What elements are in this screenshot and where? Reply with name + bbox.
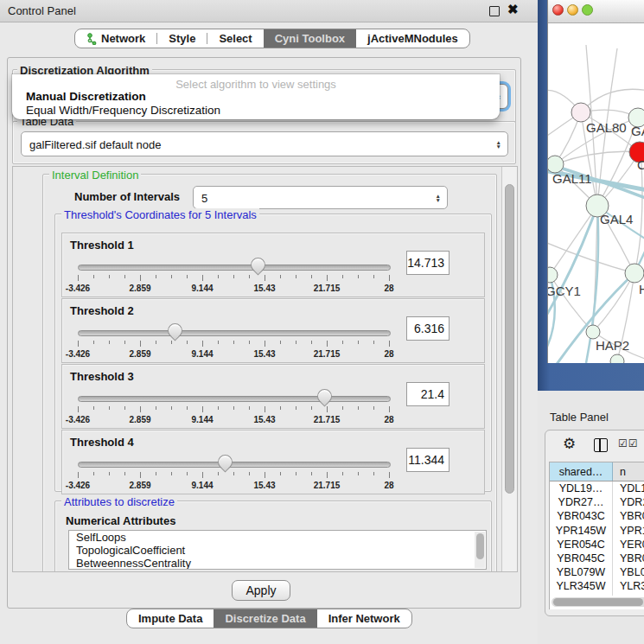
slider-thumb[interactable] (314, 386, 335, 406)
attribute-item-topologicalcoefficient[interactable]: TopologicalCoefficient (69, 544, 486, 557)
attribute-item-selfloops[interactable]: SelfLoops (69, 531, 486, 544)
table-row[interactable]: YBR043CYBR0 (550, 509, 644, 523)
slider-tick (389, 341, 390, 347)
tab-discretize-data[interactable]: Discretize Data (214, 609, 316, 628)
slider-tick-label: -3.426 (66, 481, 90, 490)
slider-tick (78, 341, 79, 347)
table-horizontal-scrollbar[interactable] (552, 597, 644, 607)
threshold-1-slider[interactable]: -3.4262.8599.14415.4321.71528 (78, 258, 389, 296)
settings-scrollbar-thumb[interactable] (505, 184, 514, 494)
cell-shared-name[interactable]: YER054C (550, 538, 613, 552)
cell-name[interactable]: YER0 (613, 538, 644, 552)
slider-tick (373, 406, 374, 410)
column-header-shared-name[interactable]: shared… (550, 462, 613, 481)
cell-shared-name[interactable]: YBL079W (550, 565, 613, 579)
cell-name[interactable]: YBR0 (613, 509, 644, 523)
network-node-label: H (639, 282, 644, 296)
cell-name[interactable]: YDR2 (613, 495, 644, 509)
network-node-hap2[interactable] (586, 325, 600, 339)
table-row[interactable]: YBL079WYBL0 (550, 565, 644, 579)
threshold-2-value-field[interactable] (406, 316, 450, 341)
apply-button[interactable]: Apply (232, 580, 290, 601)
threshold-1-value-field[interactable] (406, 251, 450, 275)
tab-label: Discretize Data (225, 612, 305, 625)
column-layout-icon[interactable] (594, 438, 608, 452)
threshold-3-value-field[interactable] (406, 382, 450, 406)
tab-cyni-toolbox[interactable]: Cyni Toolbox (264, 29, 356, 48)
slider-tick (233, 275, 234, 278)
cell-shared-name[interactable]: YPR145W (550, 524, 613, 538)
cell-name[interactable]: YLR3 (613, 579, 644, 593)
slider-thumb[interactable] (248, 254, 269, 275)
slider-track[interactable] (78, 396, 391, 402)
network-canvas[interactable]: GAL80GACGAL11GAL4GCY1HHAP2 (548, 22, 644, 363)
cell-shared-name[interactable]: YDR27… (550, 495, 613, 509)
cell-name[interactable]: YBR0 (613, 552, 644, 565)
table-row[interactable]: YBR045CYBR0 (550, 552, 644, 565)
tab-infer-network[interactable]: Infer Network (317, 609, 411, 628)
network-node-gal80[interactable] (571, 103, 590, 122)
table-row[interactable]: YDR27…YDR2 (550, 495, 644, 509)
dropdown-option-manual-discretization[interactable]: Manual Discretization (26, 90, 146, 103)
column-header-name[interactable]: n (613, 462, 644, 481)
threshold-4-slider[interactable]: -3.4262.8599.14415.4321.71528 (78, 455, 389, 493)
cell-shared-name[interactable]: YDL19… (550, 481, 613, 495)
minimize-traffic-light-icon[interactable] (567, 4, 578, 16)
zoom-traffic-light-icon[interactable] (582, 4, 593, 16)
table-row[interactable]: YPR145WYPR1 (550, 524, 644, 538)
slider-tick (389, 406, 390, 412)
network-node[interactable] (610, 354, 624, 363)
slider-tick (311, 406, 312, 410)
tab-select[interactable]: Select (207, 29, 263, 48)
cell-shared-name[interactable]: YBR043C (550, 509, 613, 523)
threshold-4-value-field[interactable] (406, 448, 450, 472)
numerical-attributes-list[interactable]: SelfLoopsTopologicalCoefficientBetweenne… (68, 530, 487, 570)
cell-name[interactable]: YPR1 (613, 524, 644, 538)
close-traffic-light-icon[interactable] (552, 4, 564, 16)
slider-thumb[interactable] (214, 451, 235, 472)
tab-impute-data[interactable]: Impute Data (127, 609, 214, 628)
network-node-gal11[interactable] (548, 156, 564, 173)
settings-scrollpane: Interval Definition Number of Intervals … (12, 166, 518, 572)
tab-network[interactable]: Network (75, 29, 156, 48)
select-columns-icon[interactable]: ☑☑ (618, 437, 639, 450)
settings-scrollbar[interactable] (501, 167, 517, 571)
network-node-gcy1[interactable] (548, 267, 558, 283)
tab-jactivemnodules[interactable]: jActiveMNodules (356, 29, 469, 48)
slider-track[interactable] (78, 265, 391, 271)
table-row[interactable]: YER054CYER0 (550, 538, 644, 552)
slider-track[interactable] (78, 330, 391, 336)
cell-shared-name[interactable]: YLR345W (550, 579, 613, 593)
attribute-item-betweennesscentrality[interactable]: BetweennessCentrality (69, 557, 486, 570)
cell-shared-name[interactable]: YIL052C (550, 594, 613, 596)
dropdown-option-equal-width-frequency-discretization[interactable]: Equal Width/Frequency Discretization (26, 104, 220, 117)
cell-name[interactable]: YDL1 (613, 481, 644, 495)
slider-tick (171, 406, 172, 410)
number-of-intervals-combobox[interactable]: 5 ▲▼ (193, 186, 448, 209)
tab-style[interactable]: Style (157, 29, 207, 48)
gear-icon[interactable]: ⚙ (563, 435, 576, 452)
table-row[interactable]: YIL052CYIL0 (550, 594, 644, 596)
table-row[interactable]: YDL19…YDL1 (550, 481, 644, 495)
float-window-icon[interactable] (489, 6, 500, 16)
cell-name[interactable]: YBL0 (613, 565, 644, 579)
close-icon[interactable]: ✖ (507, 2, 519, 17)
attributes-list-scrollbar-thumb[interactable] (476, 533, 484, 559)
slider-tick-label: 15.43 (253, 481, 275, 490)
table-row[interactable]: YLR345WYLR3 (550, 579, 644, 593)
cell-shared-name[interactable]: YBR045C (550, 552, 613, 565)
slider-tick-label: 21.715 (314, 284, 341, 293)
slider-track[interactable] (78, 462, 391, 468)
slider-tick (249, 341, 250, 344)
cell-name[interactable]: YIL0 (613, 594, 644, 596)
slider-tick (171, 472, 172, 475)
network-node-h[interactable] (625, 264, 644, 283)
threshold-3-slider[interactable]: -3.4262.8599.14415.4321.71528 (78, 389, 389, 427)
slider-tick-label: 9.144 (191, 349, 213, 359)
number-of-intervals-label: Number of Intervals (74, 190, 180, 203)
attributes-list-scrollbar[interactable] (475, 532, 485, 568)
table-data-combobox[interactable]: galFiltered.sif default node ▲▼ (21, 131, 508, 156)
threshold-2-slider[interactable]: -3.4262.8599.14415.4321.71528 (78, 323, 389, 361)
table-horizontal-scrollbar-thumb[interactable] (553, 598, 643, 606)
slider-thumb[interactable] (165, 320, 186, 341)
